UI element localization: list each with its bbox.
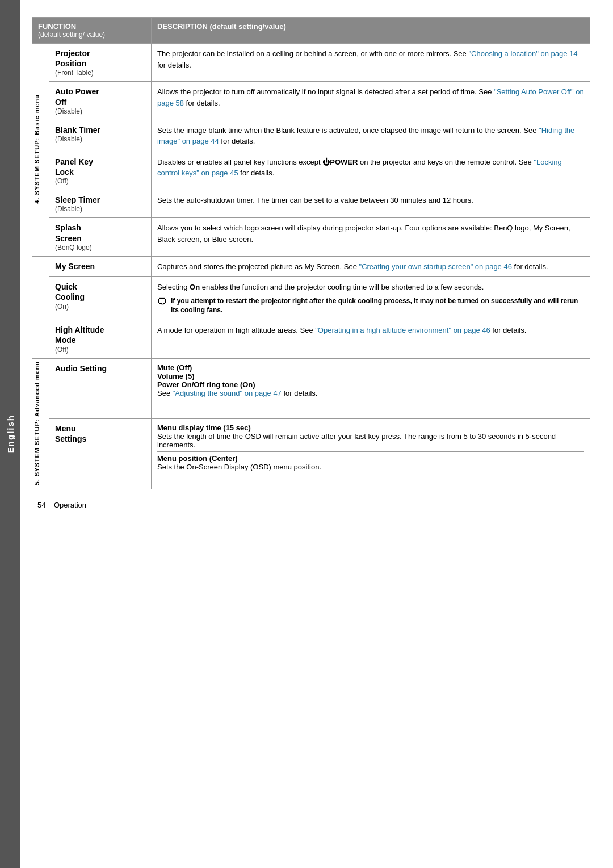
table-row: SplashScreen (BenQ logo) Allows you to s…: [32, 218, 590, 256]
function-title-projector-position: ProjectorPosition: [55, 48, 145, 69]
function-default-high-altitude: (Off): [55, 346, 104, 354]
function-default-auto-power-off: (Disable): [55, 107, 145, 115]
desc-link-blank-timer[interactable]: "Hiding the image" on page 44: [157, 126, 574, 146]
desc-text-blank-timer: Sets the image blank time when the Blank…: [157, 126, 574, 146]
main-content: FUNCTION (default setting/ value) DESCRI…: [20, 0, 613, 868]
footer-page-number: 54: [37, 501, 45, 509]
desc-cell-menu-settings: Menu display time (15 sec) Sets the leng…: [152, 418, 590, 489]
function-default-quick-cooling: (On): [55, 303, 145, 311]
function-title-blank-timer: Blank Timer: [55, 125, 145, 135]
menu-display-time-desc: Sets the length of time the OSD will rem…: [157, 432, 584, 449]
function-default-blank-timer: (Disable): [55, 135, 145, 143]
function-title-my-screen: My Screen: [55, 261, 145, 271]
audio-mute-label: Mute (Off): [157, 363, 584, 372]
desc-cell-auto-power-off: Allows the projector to turn off automat…: [152, 82, 590, 120]
table-row: 5. SYSTEM SETUP: Advanced menu Audio Set…: [32, 358, 590, 418]
desc-link-high-altitude[interactable]: "Operating in a high altitude environmen…: [315, 326, 490, 334]
side-label-basic-menu: 4. SYSTEM SETUP: Basic menu: [33, 94, 40, 204]
table-row: High AltitudeMode (Off) A mode for opera…: [32, 320, 590, 358]
side-label-cell-advanced: 5. SYSTEM SETUP: Advanced menu: [32, 358, 49, 489]
function-title-menu-settings: MenuSettings: [55, 423, 145, 444]
desc-cell-sleep-timer: Sets the auto-shutdown timer. The timer …: [152, 190, 590, 218]
function-title-panel-key-lock: Panel KeyLock: [55, 157, 145, 177]
function-default-splash-screen: (BenQ logo): [55, 244, 145, 251]
side-label-cell-blank2: [32, 256, 49, 358]
audio-ring-label: Power On/Off ring tone (On): [157, 380, 584, 389]
function-cell-panel-key-lock: Panel KeyLock (Off): [49, 152, 152, 190]
table-row: Blank Timer (Disable) Sets the image bla…: [32, 120, 590, 152]
function-title-auto-power-off: Auto PowerOff: [55, 86, 145, 107]
desc-text-quick-cooling: Selecting On enables the function and th…: [157, 283, 484, 291]
desc-link-my-screen[interactable]: "Creating your own startup screen" on pa…: [359, 262, 512, 271]
desc-link-panel-key-lock[interactable]: "Locking control keys" on page 45: [157, 158, 562, 178]
table-row: Panel KeyLock (Off) Disables or enables …: [32, 152, 590, 190]
table-row: 4. SYSTEM SETUP: Basic menu ProjectorPos…: [32, 44, 590, 82]
desc-cell-splash-screen: Allows you to select which logo screen w…: [152, 218, 590, 256]
page-wrapper: English FUNCTION (default setting/ value…: [0, 0, 613, 868]
function-cell-auto-power-off: Auto PowerOff (Disable): [49, 82, 152, 120]
desc-text-projector-position: The projector can be installed on a ceil…: [157, 49, 578, 69]
desc-link-projector-position[interactable]: "Choosing a location" on page 14: [468, 49, 577, 58]
side-label-cell-blank: 4. SYSTEM SETUP: Basic menu: [32, 44, 49, 257]
header-description-title: DESCRIPTION (default setting/value): [157, 22, 286, 31]
function-cell-projector-position: ProjectorPosition (Front Table): [49, 44, 152, 82]
page-footer: 54 Operation: [32, 501, 590, 509]
menu-position-desc: Sets the On-Screen Display (OSD) menu po…: [157, 463, 584, 471]
desc-cell-audio-setting: Mute (Off) Volume (5) Power On/Off ring …: [152, 358, 590, 418]
desc-text-panel-key-lock: Disables or enables all panel key functi…: [157, 158, 562, 178]
table-row: QuickCooling (On) Selecting On enables t…: [32, 277, 590, 320]
header-function-title: FUNCTION: [38, 22, 145, 31]
note-text-quick-cooling: If you attempt to restart the projector …: [171, 296, 584, 316]
note-icon: 🗨: [157, 296, 167, 308]
desc-text-high-altitude: A mode for operation in high altitude ar…: [157, 326, 526, 334]
main-table: FUNCTION (default setting/ value) DESCRI…: [32, 17, 590, 489]
function-cell-quick-cooling: QuickCooling (On): [49, 277, 152, 320]
desc-link-auto-power-off[interactable]: "Setting Auto Power Off" on page 58: [157, 87, 584, 107]
footer-label: Operation: [54, 501, 86, 509]
desc-cell-quick-cooling: Selecting On enables the function and th…: [152, 277, 590, 320]
table-row: MenuSettings Menu display time (15 sec) …: [32, 418, 590, 489]
desc-cell-panel-key-lock: Disables or enables all panel key functi…: [152, 152, 590, 190]
note-box-quick-cooling: 🗨 If you attempt to restart the projecto…: [157, 296, 584, 316]
table-row: My Screen Captures and stores the projec…: [32, 256, 590, 277]
function-default-sleep-timer: (Disable): [55, 205, 145, 213]
desc-text-sleep-timer: Sets the auto-shutdown timer. The timer …: [157, 196, 473, 204]
bold-power: ⏻POWER: [322, 158, 358, 166]
function-cell-audio-setting: Audio Setting: [49, 358, 152, 418]
desc-cell-blank-timer: Sets the image blank time when the Blank…: [152, 120, 590, 152]
function-cell-splash-screen: SplashScreen (BenQ logo): [49, 218, 152, 256]
table-row: Auto PowerOff (Disable) Allows the proje…: [32, 82, 590, 120]
function-title-high-altitude: High AltitudeMode: [55, 325, 104, 345]
desc-text-auto-power-off: Allows the projector to turn off automat…: [157, 87, 584, 107]
function-title-audio-setting: Audio Setting: [55, 363, 145, 374]
side-label-advanced-menu: 5. SYSTEM SETUP: Advanced menu: [33, 361, 40, 485]
header-description-cell: DESCRIPTION (default setting/value): [152, 18, 590, 44]
header-function-cell: FUNCTION (default setting/ value): [32, 18, 152, 44]
header-function-subtitle: (default setting/ value): [38, 31, 145, 39]
desc-cell-my-screen: Captures and stores the projected pictur…: [152, 256, 590, 277]
desc-text-splash-screen: Allows you to select which logo screen w…: [157, 224, 570, 244]
desc-text-my-screen: Captures and stores the projected pictur…: [157, 262, 548, 271]
function-cell-menu-settings: MenuSettings: [49, 418, 152, 489]
function-default-projector-position: (Front Table): [55, 69, 145, 77]
desc-cell-projector-position: The projector can be installed on a ceil…: [152, 44, 590, 82]
audio-volume-label: Volume (5): [157, 372, 584, 380]
bold-on: On: [190, 283, 200, 291]
table-header-row: FUNCTION (default setting/ value) DESCRI…: [32, 18, 590, 44]
function-cell-high-altitude: High AltitudeMode (Off): [49, 320, 152, 358]
function-cell-blank-timer: Blank Timer (Disable): [49, 120, 152, 152]
function-title-quick-cooling: QuickCooling: [55, 282, 145, 302]
desc-link-audio[interactable]: "Adjusting the sound" on page 47: [173, 389, 282, 397]
function-cell-sleep-timer: Sleep Timer (Disable): [49, 190, 152, 218]
function-cell-my-screen: My Screen: [49, 256, 152, 277]
desc-cell-high-altitude: A mode for operation in high altitude ar…: [152, 320, 590, 358]
table-row: Sleep Timer (Disable) Sets the auto-shut…: [32, 190, 590, 218]
sidebar: English: [0, 0, 20, 868]
sidebar-label: English: [6, 414, 15, 453]
function-title-splash-screen: SplashScreen: [55, 223, 145, 243]
audio-see-link: See "Adjusting the sound" on page 47 for…: [157, 389, 584, 397]
function-default-panel-key-lock: (Off): [55, 177, 145, 185]
function-title-sleep-timer: Sleep Timer: [55, 195, 145, 205]
menu-position-label: Menu position (Center): [157, 454, 584, 463]
menu-display-time-label: Menu display time (15 sec): [157, 423, 584, 432]
